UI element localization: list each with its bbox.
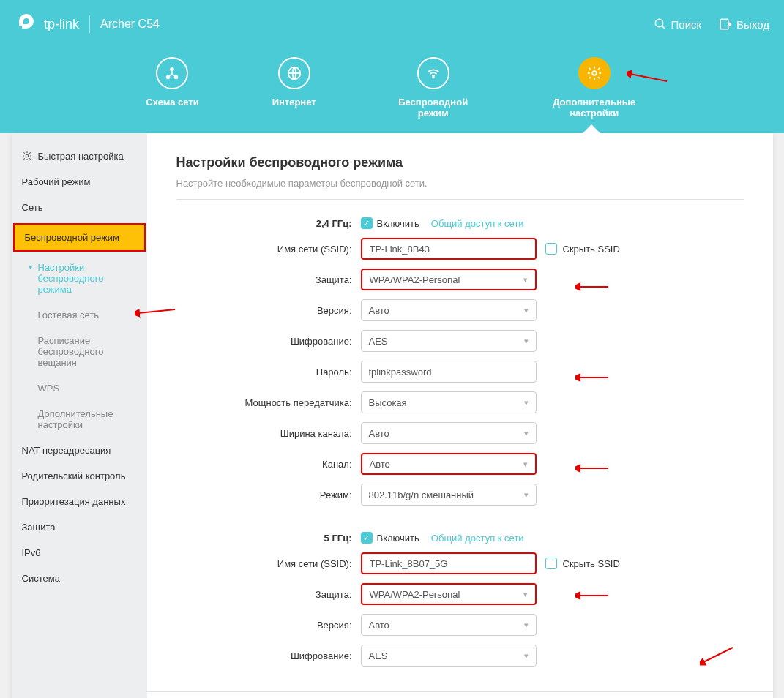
menu-ipv6[interactable]: IPv6 bbox=[12, 540, 147, 566]
menu-nat-label: NAT переадресация bbox=[22, 445, 111, 456]
sharing-5-link[interactable]: Общий доступ к сети bbox=[431, 533, 524, 544]
menu-qos[interactable]: Приоритезация данных bbox=[12, 489, 147, 514]
encryption-5-select[interactable]: AES▾ bbox=[361, 645, 537, 667]
menu-ipv6-label: IPv6 bbox=[22, 547, 41, 558]
menu-system[interactable]: Система bbox=[12, 566, 147, 591]
label-version-24: Версия: bbox=[176, 305, 352, 316]
tab-advanced-label: Дополнительные настройки bbox=[550, 97, 638, 119]
submenu-wireless-settings-label: Настройки беспроводного режима bbox=[38, 262, 104, 295]
tab-network-map[interactable]: Схема сети bbox=[146, 57, 198, 119]
submenu-wireless-settings[interactable]: Настройки беспроводного режима bbox=[23, 255, 147, 302]
sidebar: Быстрая настройка Рабочий режим Сеть Бес… bbox=[12, 133, 147, 698]
encryption-5-value: AES bbox=[369, 650, 388, 661]
chevron-down-icon: ▾ bbox=[524, 651, 529, 661]
mode-24-select[interactable]: 802.11b/g/n смешанный▾ bbox=[361, 484, 537, 506]
label-security-24: Защита: bbox=[176, 274, 352, 285]
version-24-value: Авто bbox=[369, 305, 389, 316]
label-encryption-24: Шифрование: bbox=[176, 336, 352, 347]
label-mode-24: Режим: bbox=[176, 489, 352, 500]
model-name: Archer C54 bbox=[100, 18, 160, 31]
chanwidth-24-select[interactable]: Авто▾ bbox=[361, 422, 537, 444]
menu-wireless[interactable]: Беспроводной режим bbox=[13, 223, 146, 252]
logout-icon bbox=[719, 18, 732, 31]
channel-24-value: Авто bbox=[370, 459, 390, 470]
password-24-input[interactable] bbox=[361, 361, 537, 383]
menu-quick-setup-label: Быстрая настройка bbox=[38, 151, 124, 162]
submenu-advanced[interactable]: Дополнительные настройки bbox=[23, 401, 147, 438]
channel-24-select[interactable]: Авто▾ bbox=[361, 453, 537, 475]
txpower-24-select[interactable]: Высокая▾ bbox=[361, 391, 537, 413]
svg-line-1 bbox=[662, 26, 665, 29]
tab-network-map-label: Схема сети bbox=[146, 97, 198, 108]
menu-nat[interactable]: NAT переадресация bbox=[12, 438, 147, 463]
chevron-down-icon: ▾ bbox=[524, 398, 529, 408]
tab-advanced[interactable]: Дополнительные настройки bbox=[550, 57, 638, 119]
menu-security[interactable]: Защита bbox=[12, 514, 147, 540]
chevron-down-icon: ▾ bbox=[523, 590, 528, 599]
wireless-24-form: 2,4 ГГц: ✓ Включить Общий доступ к сети … bbox=[176, 217, 744, 667]
page-title: Настройки беспроводного режима bbox=[176, 155, 744, 170]
submenu-wps-label: WPS bbox=[38, 383, 60, 394]
tab-internet[interactable]: Интернет bbox=[272, 57, 316, 119]
main-tabs: Схема сети Интернет Беспроводной режим Д… bbox=[0, 48, 784, 133]
enable-24-checkbox[interactable]: ✓ bbox=[361, 217, 373, 229]
search-link[interactable]: Поиск bbox=[654, 18, 702, 31]
menu-quick-setup[interactable]: Быстрая настройка bbox=[12, 143, 147, 169]
top-header: tp-link Archer C54 Поиск Выход bbox=[0, 0, 784, 48]
hide-ssid-24-label: Скрыть SSID bbox=[563, 244, 620, 255]
tplink-logo-icon bbox=[15, 12, 38, 36]
submenu-advanced-label: Дополнительные настройки bbox=[38, 408, 113, 430]
logout-link[interactable]: Выход bbox=[719, 18, 769, 31]
network-map-icon bbox=[156, 57, 188, 89]
search-icon bbox=[654, 18, 667, 31]
svg-point-3 bbox=[171, 67, 175, 72]
menu-network[interactable]: Сеть bbox=[12, 195, 147, 220]
label-version-5: Версия: bbox=[176, 620, 352, 631]
security-24-value: WPA/WPA2-Personal bbox=[370, 274, 460, 285]
ssid-5-input[interactable] bbox=[361, 552, 537, 574]
advanced-icon bbox=[578, 57, 611, 89]
version-5-value: Авто bbox=[369, 620, 389, 631]
label-channel-24: Канал: bbox=[176, 459, 352, 470]
menu-parental[interactable]: Родительский контроль bbox=[12, 463, 147, 489]
menu-system-label: Система bbox=[22, 573, 60, 584]
svg-point-9 bbox=[26, 154, 29, 157]
sharing-24-link[interactable]: Общий доступ к сети bbox=[431, 218, 524, 229]
header-divider bbox=[89, 15, 90, 33]
menu-operation-mode-label: Рабочий режим bbox=[22, 176, 91, 187]
version-5-select[interactable]: Авто▾ bbox=[361, 614, 537, 636]
label-5ghz: 5 ГГц: bbox=[176, 533, 352, 544]
label-password-24: Пароль: bbox=[176, 367, 352, 378]
enable-5-checkbox[interactable]: ✓ bbox=[361, 532, 373, 544]
footer-bar: ПОДДЕРЖКА ВВЕРХ СОХРАНИТЬ bbox=[147, 691, 773, 698]
submenu-guest-network-label: Гостевая сеть bbox=[38, 309, 100, 320]
chevron-down-icon: ▾ bbox=[523, 459, 528, 469]
chanwidth-24-value: Авто bbox=[369, 428, 389, 439]
chevron-down-icon: ▾ bbox=[524, 620, 529, 630]
menu-security-label: Защита bbox=[22, 522, 56, 533]
encryption-24-value: AES bbox=[369, 336, 388, 347]
submenu-guest-network[interactable]: Гостевая сеть bbox=[23, 302, 147, 328]
mode-24-value: 802.11b/g/n смешанный bbox=[369, 489, 474, 500]
svg-point-0 bbox=[655, 19, 663, 27]
submenu-wps[interactable]: WPS bbox=[23, 375, 147, 401]
menu-operation-mode[interactable]: Рабочий режим bbox=[12, 169, 147, 195]
menu-qos-label: Приоритезация данных bbox=[22, 496, 126, 507]
content: Быстрая настройка Рабочий режим Сеть Бес… bbox=[12, 133, 773, 698]
submenu-wireless-schedule[interactable]: Расписание беспроводного вещания bbox=[23, 328, 147, 375]
internet-icon bbox=[278, 57, 310, 89]
label-encryption-5: Шифрование: bbox=[176, 650, 352, 661]
security-24-select[interactable]: WPA/WPA2-Personal▾ bbox=[361, 269, 537, 290]
page-subtitle: Настройте необходимые параметры беспрово… bbox=[176, 178, 744, 200]
hide-ssid-24-checkbox[interactable] bbox=[545, 243, 557, 255]
security-5-select[interactable]: WPA/WPA2-Personal▾ bbox=[361, 583, 537, 605]
chevron-down-icon: ▾ bbox=[524, 429, 529, 438]
header-actions: Поиск Выход bbox=[654, 18, 769, 31]
ssid-24-input[interactable] bbox=[361, 238, 537, 260]
chevron-down-icon: ▾ bbox=[524, 490, 529, 500]
search-label: Поиск bbox=[671, 18, 702, 31]
hide-ssid-5-checkbox[interactable] bbox=[545, 558, 557, 569]
version-24-select[interactable]: Авто▾ bbox=[361, 299, 537, 321]
encryption-24-select[interactable]: AES▾ bbox=[361, 330, 537, 352]
tab-wireless[interactable]: Беспроводной режим bbox=[389, 57, 477, 119]
